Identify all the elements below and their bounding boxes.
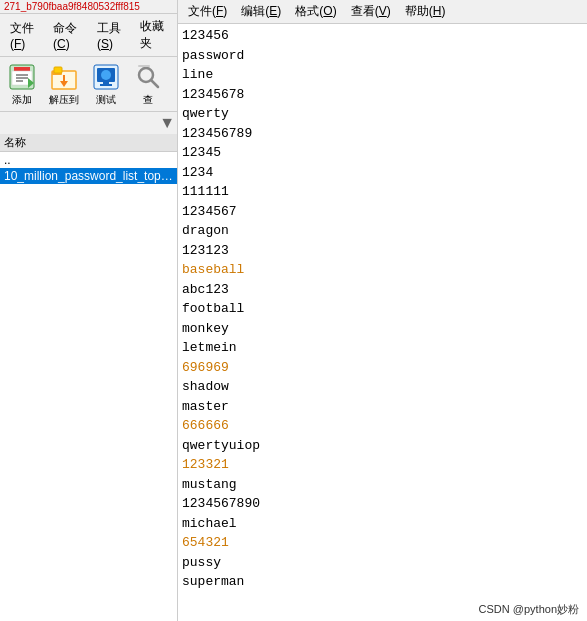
text-line: qwertyuiop	[182, 436, 583, 456]
text-line: 1234	[182, 163, 583, 183]
text-line: 111111	[182, 182, 583, 202]
text-line: football	[182, 299, 583, 319]
scroll-indicator: ▼	[0, 112, 177, 134]
svg-rect-11	[54, 67, 62, 73]
hash-text: 271_b790fbaa9f8480532fff815	[4, 1, 140, 12]
name-column-header: 名称	[0, 134, 177, 152]
text-line: pussy	[182, 553, 583, 573]
svg-rect-16	[100, 84, 112, 86]
add-button[interactable]: 添加	[2, 59, 42, 109]
svg-line-18	[151, 80, 158, 87]
text-line: 123123	[182, 241, 583, 261]
left-panel: 271_b790fbaa9f8480532fff815 文件(F) 命令(C) …	[0, 0, 178, 621]
right-menu-view[interactable]: 查看(V)	[345, 1, 397, 22]
parent-dir-item[interactable]: ..	[0, 152, 177, 168]
add-label: 添加	[12, 93, 32, 107]
text-line: dragon	[182, 221, 583, 241]
svg-point-14	[101, 70, 111, 80]
text-line: mustang	[182, 475, 583, 495]
text-line: baseball	[182, 260, 583, 280]
find-label: 查	[143, 93, 153, 107]
right-menu-help[interactable]: 帮助(H)	[399, 1, 452, 22]
text-line: master	[182, 397, 583, 417]
text-line: monkey	[182, 319, 583, 339]
left-menu-file[interactable]: 文件(F)	[4, 18, 45, 53]
left-menu-cmd[interactable]: 命令(C)	[47, 18, 89, 53]
test-icon	[90, 61, 122, 93]
right-menu-file[interactable]: 文件(F)	[182, 1, 233, 22]
test-button[interactable]: 测试	[86, 59, 126, 109]
text-line: password	[182, 46, 583, 66]
right-menu-edit[interactable]: 编辑(E)	[235, 1, 287, 22]
text-line: line	[182, 65, 583, 85]
text-line: 696969	[182, 358, 583, 378]
left-menu-favorites[interactable]: 收藏夹	[134, 16, 173, 54]
left-menu-bar: 文件(F) 命令(C) 工具(S) 收藏夹	[0, 14, 177, 57]
text-line: 1234567	[182, 202, 583, 222]
text-line: letmein	[182, 338, 583, 358]
right-menu-bar: 文件(F) 编辑(E) 格式(O) 查看(V) 帮助(H)	[178, 0, 587, 24]
file-item[interactable]: 10_million_password_list_top_1	[0, 168, 177, 184]
text-line: abc123	[182, 280, 583, 300]
text-line: superman	[182, 572, 583, 592]
test-label: 测试	[96, 93, 116, 107]
text-line: 1234567890	[182, 494, 583, 514]
find-button[interactable]: 查	[128, 59, 168, 109]
find-icon	[132, 61, 164, 93]
text-line: michael	[182, 514, 583, 534]
toolbar: 添加 解压到	[0, 57, 177, 112]
extract-label: 解压到	[49, 93, 79, 107]
add-icon	[6, 61, 38, 93]
watermark: CSDN @python妙粉	[479, 602, 579, 617]
right-menu-format[interactable]: 格式(O)	[289, 1, 342, 22]
text-line: shadow	[182, 377, 583, 397]
text-content[interactable]: 123456passwordline12345678qwerty12345678…	[178, 24, 587, 621]
text-line: 666666	[182, 416, 583, 436]
file-list: .. 10_million_password_list_top_1	[0, 152, 177, 621]
text-line: 12345678	[182, 85, 583, 105]
text-line: 123456	[182, 26, 583, 46]
extract-button[interactable]: 解压到	[44, 59, 84, 109]
svg-rect-19	[138, 65, 150, 67]
text-line: 123321	[182, 455, 583, 475]
text-line: qwerty	[182, 104, 583, 124]
left-menu-tools[interactable]: 工具(S)	[91, 18, 133, 53]
right-panel: 文件(F) 编辑(E) 格式(O) 查看(V) 帮助(H) 123456pass…	[178, 0, 587, 621]
text-line: 12345	[182, 143, 583, 163]
extract-icon	[48, 61, 80, 93]
text-line: 123456789	[182, 124, 583, 144]
text-line: 654321	[182, 533, 583, 553]
svg-rect-1	[14, 67, 30, 71]
